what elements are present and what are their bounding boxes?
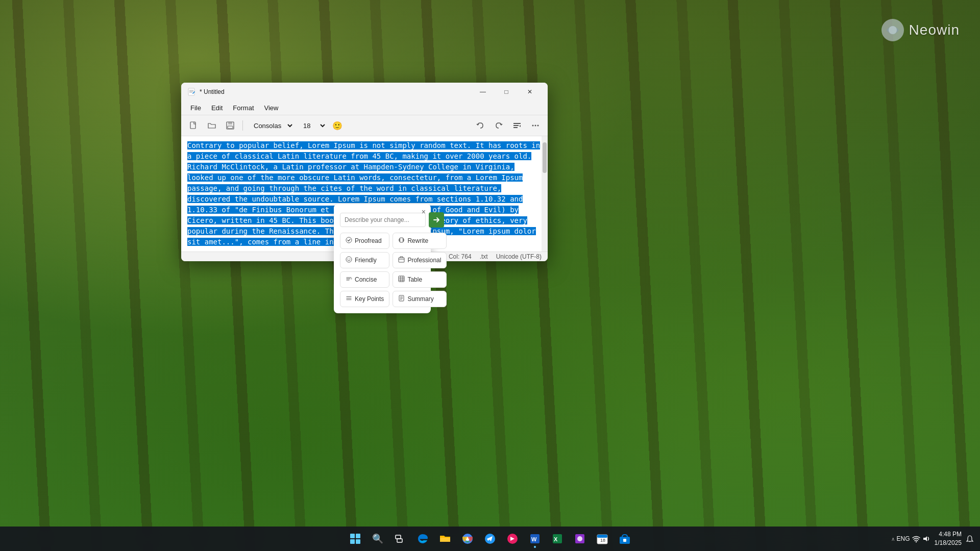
- ai-keypoints-button[interactable]: Key Points: [340, 291, 389, 307]
- maximize-button[interactable]: □: [495, 84, 518, 100]
- svg-rect-40: [350, 539, 355, 544]
- more-options-button[interactable]: [527, 117, 544, 134]
- professional-label: Professional: [407, 257, 441, 264]
- title-bar-controls: — □ ✕: [471, 84, 542, 100]
- svg-point-14: [535, 125, 536, 127]
- app4-icon: [506, 533, 519, 545]
- svg-rect-43: [397, 539, 402, 542]
- save-icon: [226, 121, 234, 130]
- save-button[interactable]: [222, 117, 238, 134]
- menu-edit[interactable]: Edit: [206, 102, 228, 114]
- menu-bar: File Edit Format View: [181, 101, 548, 115]
- title-bar-left: * Untitled: [187, 88, 225, 96]
- close-button[interactable]: ✕: [518, 84, 542, 100]
- notification-icon[interactable]: [966, 535, 974, 543]
- taskbar-word-button[interactable]: W: [525, 529, 545, 549]
- professional-svg-icon: [398, 256, 405, 263]
- taskbar-systray: ∧ ENG: [891, 535, 930, 543]
- summary-label: Summary: [407, 295, 433, 303]
- neowin-watermark: Neowin: [880, 18, 960, 42]
- svg-rect-6: [190, 122, 195, 129]
- ai-professional-button[interactable]: Professional: [393, 252, 447, 268]
- taskbar-telegram-button[interactable]: [480, 529, 500, 549]
- taskbar-chrome-button[interactable]: [457, 529, 478, 549]
- notepad-app-icon: [187, 88, 195, 96]
- ai-send-button[interactable]: [429, 212, 444, 228]
- taskbar-app4-button[interactable]: [502, 529, 523, 549]
- taskbar-date: 1/18/2025: [935, 539, 962, 547]
- keypoints-icon: [346, 295, 352, 303]
- svg-rect-41: [356, 539, 360, 544]
- ai-friendly-button[interactable]: Friendly: [340, 252, 389, 268]
- taskbar: 🔍: [0, 527, 980, 551]
- wrap-icon: [513, 121, 521, 130]
- wrap-button[interactable]: [509, 117, 525, 134]
- volume-icon: [922, 535, 930, 543]
- ai-summary-button[interactable]: Summary: [393, 291, 447, 307]
- taskbar-calendar-button[interactable]: 18: [592, 529, 612, 549]
- proofread-label: Proofread: [355, 237, 382, 244]
- taskbar-clock[interactable]: 4:48 PM 1/18/2025: [935, 530, 962, 547]
- taskbar-app5-button[interactable]: [570, 529, 590, 549]
- minimize-button[interactable]: —: [471, 84, 495, 100]
- scrollbar-thumb[interactable]: [543, 142, 547, 173]
- svg-rect-8: [228, 122, 232, 124]
- svg-point-13: [532, 125, 534, 127]
- font-selector[interactable]: Consolas Arial Calibri: [247, 119, 295, 132]
- systray-chevron[interactable]: ∧: [891, 536, 895, 542]
- taskbar-edge-button[interactable]: [412, 529, 433, 549]
- svg-point-53: [577, 536, 582, 541]
- friendly-label: Friendly: [355, 257, 377, 264]
- redo-button[interactable]: [491, 117, 507, 134]
- menu-file[interactable]: File: [185, 102, 206, 114]
- open-icon: [208, 121, 216, 130]
- ai-proofread-button[interactable]: Proofread: [340, 233, 389, 249]
- encoding: Unicode (UTF-8): [496, 253, 542, 260]
- taskbar-files-button[interactable]: [435, 529, 455, 549]
- taskbar-taskview-button[interactable]: [390, 529, 410, 549]
- taskbar-center: 🔍: [345, 529, 635, 549]
- svg-rect-12: [513, 127, 518, 128]
- table-icon: [398, 276, 405, 284]
- ai-rewrite-button[interactable]: Rewrite: [393, 233, 447, 249]
- ai-popup-close-button[interactable]: ×: [422, 208, 426, 215]
- neowin-logo-icon: [880, 18, 905, 42]
- undo-button[interactable]: [472, 117, 488, 134]
- svg-marker-25: [351, 279, 352, 280]
- svg-rect-39: [356, 534, 360, 538]
- summary-icon: [398, 295, 405, 303]
- taskbar-time: 4:48 PM: [935, 530, 962, 539]
- svg-rect-10: [513, 123, 521, 124]
- ai-table-button[interactable]: Table: [393, 271, 447, 288]
- app5-icon: [574, 533, 586, 545]
- rewrite-icon: [398, 237, 405, 245]
- taskbar-excel-button[interactable]: X: [547, 529, 568, 549]
- taskbar-search-button[interactable]: 🔍: [368, 529, 388, 549]
- menu-view[interactable]: View: [259, 102, 284, 114]
- emoji-button[interactable]: 🙂: [329, 117, 346, 134]
- svg-rect-42: [396, 535, 401, 539]
- taskbar-start-button[interactable]: [345, 529, 365, 549]
- scrollbar[interactable]: [542, 136, 548, 252]
- telegram-icon: [484, 533, 496, 545]
- window-title: * Untitled: [200, 88, 225, 95]
- taskbar-store-button[interactable]: [615, 529, 635, 549]
- store-icon: [619, 533, 631, 545]
- open-file-button[interactable]: [204, 117, 220, 134]
- menu-format[interactable]: Format: [228, 102, 259, 114]
- neowin-brand-text: Neowin: [909, 22, 960, 38]
- undo-icon: [476, 121, 484, 130]
- toolbar: Consolas Arial Calibri 18 12 14 16 20 🙂: [181, 115, 548, 136]
- concise-svg-icon: [346, 276, 352, 282]
- title-bar: * Untitled — □ ✕: [181, 83, 548, 101]
- word-icon: W: [529, 533, 541, 545]
- svg-point-15: [537, 125, 539, 127]
- new-file-button[interactable]: [185, 117, 202, 134]
- font-size-selector[interactable]: 18 12 14 16 20: [297, 119, 327, 132]
- ai-concise-button[interactable]: Concise: [340, 271, 389, 288]
- systray-lang: ENG: [897, 535, 910, 542]
- svg-point-18: [348, 259, 349, 260]
- concise-icon: [346, 276, 352, 284]
- rewrite-svg-icon: [398, 237, 405, 243]
- ai-describe-input[interactable]: [340, 213, 426, 227]
